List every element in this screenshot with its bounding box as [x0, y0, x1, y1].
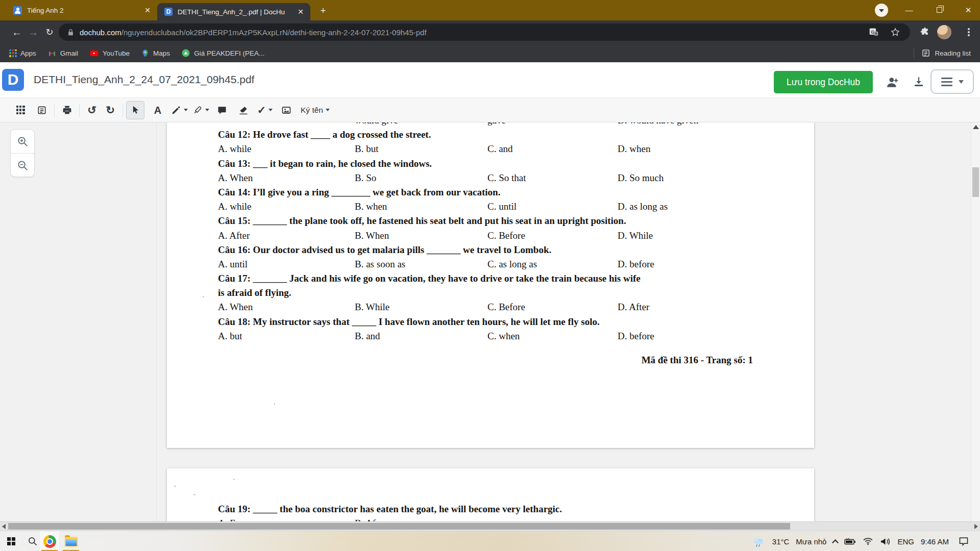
weather-rain-icon — [752, 536, 766, 547]
bookmark-star-icon[interactable] — [890, 27, 900, 37]
extensions-puzzle-icon[interactable] — [920, 27, 930, 37]
screen: Tiếng Anh 2 ✕ D DETHI_Tieng_Anh_2_.pdf |… — [0, 0, 980, 551]
action-center-icon[interactable] — [959, 536, 969, 546]
question-text: Câu 12: He drove fast ____ a dog crossed… — [218, 128, 774, 142]
print-tool-icon[interactable] — [58, 101, 76, 119]
chevron-down-icon — [326, 109, 330, 111]
eraser-tool-icon[interactable] — [234, 101, 253, 119]
option-label: B. When — [355, 229, 389, 243]
windows-logo-icon — [7, 537, 15, 545]
file-explorer-icon — [65, 537, 78, 546]
vertical-scrollbar-thumb[interactable] — [972, 167, 979, 197]
wifi-icon[interactable] — [863, 537, 873, 545]
highlight-tool-icon[interactable] — [191, 101, 210, 119]
scroll-right-icon[interactable] — [974, 524, 978, 529]
check-tool-icon[interactable]: ✓ — [256, 101, 274, 119]
bookmark-youtube[interactable]: YouTube — [89, 48, 130, 58]
option-label: B. and — [355, 329, 380, 343]
option-label: A. When — [218, 300, 253, 314]
browser-titlebar: Tiếng Anh 2 ✕ D DETHI_Tieng_Anh_2_.pdf |… — [0, 0, 980, 20]
window-restore-icon[interactable] — [928, 0, 951, 20]
dochub-favicon-icon: D — [164, 8, 173, 16]
option-label: D. when — [618, 142, 650, 156]
page-footer-text: Mã đề thi 316 - Trang số: 1 — [218, 353, 753, 367]
bookmark-label: Gmail — [60, 49, 78, 57]
forward-icon[interactable]: → — [24, 20, 42, 44]
draw-tool-icon[interactable] — [170, 101, 188, 119]
taskbar-explorer-button[interactable] — [61, 531, 81, 551]
bookmark-label: Apps — [20, 49, 36, 57]
system-tray: 31°C Mưa nhỏ ENG 9:46 AM — [752, 531, 980, 551]
window-minimize-icon[interactable]: — — [897, 0, 921, 20]
question-text: Câu 14: I’ll give you a ring ________ we… — [218, 185, 774, 199]
tray-weather-label[interactable]: Mưa nhỏ — [796, 537, 826, 546]
tray-clock[interactable]: 9:46 AM — [921, 537, 949, 546]
option-label: would give — [355, 122, 398, 128]
option-label: B. Af — [355, 516, 376, 521]
peakdefi-icon — [181, 48, 190, 58]
chevron-down-icon — [268, 109, 273, 111]
option-label: C. and — [487, 142, 513, 156]
undo-icon[interactable]: ↺ — [83, 101, 101, 119]
option-label: C. Before — [487, 300, 525, 314]
vertical-scrollbar[interactable] — [971, 122, 980, 521]
taskbar-chrome-button[interactable] — [40, 531, 59, 551]
options-row: A. whileB. whenC. untilD. as long as — [218, 199, 774, 214]
divider — [914, 48, 914, 58]
save-in-dochub-button[interactable]: Lưu trong DocHub — [774, 71, 873, 93]
bookmark-maps[interactable]: Maps — [141, 49, 170, 58]
zoom-in-button[interactable] — [11, 130, 34, 153]
add-user-icon[interactable] — [886, 76, 899, 89]
back-icon[interactable]: ← — [8, 20, 26, 44]
bookmark-gmail[interactable]: Gmail — [47, 48, 78, 58]
option-label: B. but — [355, 142, 378, 156]
browser-menu-icon[interactable] — [964, 27, 974, 37]
image-tool-icon[interactable] — [277, 101, 296, 119]
reload-icon[interactable]: ↻ — [41, 20, 58, 44]
select-tool-icon[interactable] — [126, 101, 144, 119]
chevron-down-icon — [184, 109, 188, 111]
dochub-header: D DETHI_Tieng_Anh_2_24_07_2021_09h45.pdf… — [0, 62, 980, 98]
tab-close-icon[interactable]: ✕ — [142, 6, 153, 14]
scroll-up-icon[interactable] — [973, 125, 979, 129]
tray-overflow-icon[interactable] — [832, 539, 839, 546]
option-label: D. before — [618, 329, 654, 343]
download-icon[interactable] — [913, 76, 925, 88]
redo-icon[interactable]: ↻ — [101, 101, 119, 119]
tab-close-icon[interactable]: ✕ — [295, 8, 306, 16]
battery-icon[interactable] — [844, 538, 856, 545]
options-row: A. whileB. butC. andD. when — [218, 142, 774, 156]
chevron-down-icon — [205, 109, 209, 111]
window-close-icon[interactable]: ✕ — [957, 0, 980, 20]
dochub-menu-button[interactable] — [930, 69, 974, 94]
scroll-left-icon[interactable] — [2, 524, 6, 529]
text-tool-icon[interactable]: A — [149, 101, 167, 119]
tray-language[interactable]: ENG — [897, 537, 914, 546]
horizontal-scrollbar[interactable] — [0, 521, 980, 531]
outline-tool-icon[interactable] — [33, 101, 51, 119]
sign-tool[interactable]: Ký tên — [301, 106, 330, 115]
tab-tieng-anh-2[interactable]: Tiếng Anh 2 ✕ — [4, 0, 153, 20]
translate-icon[interactable]: GA — [869, 27, 879, 37]
option-label: D. as long as — [618, 199, 668, 214]
bookmark-label: YouTube — [103, 49, 130, 57]
bookmark-apps[interactable]: Apps — [9, 49, 36, 57]
profile-avatar[interactable] — [937, 25, 951, 39]
new-tab-icon[interactable]: + — [316, 4, 330, 17]
url-path: /nguyenduclubach/ok2BPdERP1mAzP5KAxpLrN/… — [121, 28, 427, 37]
horizontal-scrollbar-thumb[interactable] — [8, 523, 790, 530]
start-button[interactable] — [0, 531, 22, 551]
tab-search-icon[interactable] — [875, 4, 888, 17]
reading-list-button[interactable]: Reading list — [921, 48, 971, 58]
option-label: D. before — [618, 257, 654, 271]
speaker-icon[interactable] — [880, 537, 891, 546]
pages-grid-tool-icon[interactable] — [11, 101, 30, 119]
bookmark-peakdefi[interactable]: Giá PEAKDEFI (PEA... — [181, 48, 264, 58]
option-label: D. would have given — [618, 122, 698, 128]
tab-dochub-pdf-active[interactable]: D DETHI_Tieng_Anh_2_.pdf | DocHu ✕ — [157, 3, 310, 20]
comment-tool-icon[interactable] — [213, 101, 231, 119]
zoom-out-button[interactable] — [11, 154, 34, 177]
tray-temperature[interactable]: 31°C — [772, 537, 790, 546]
option-label: B. While — [355, 300, 389, 314]
address-bar[interactable]: dochub.com/nguyenduclubach/ok2BPdERP1mAz… — [59, 23, 910, 41]
